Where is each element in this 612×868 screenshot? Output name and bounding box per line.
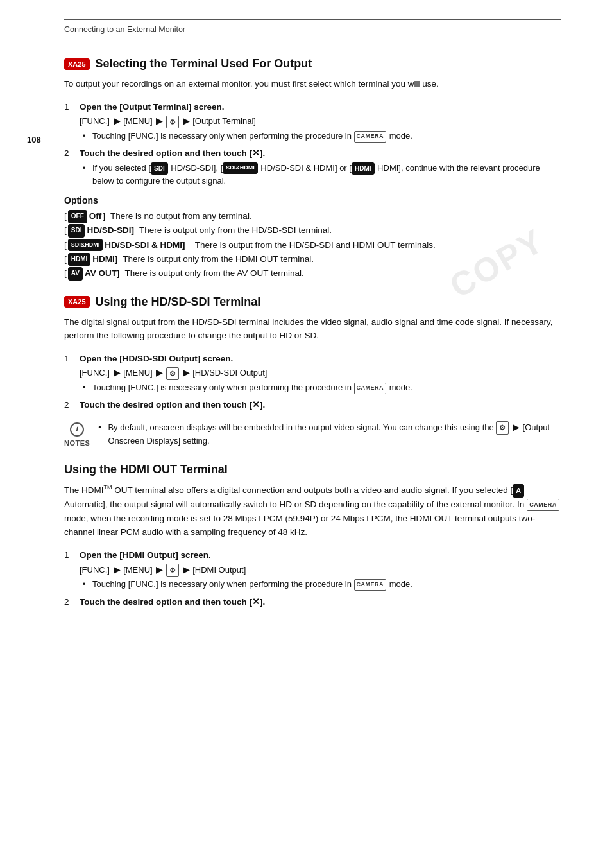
step-content-1-1: Open the [Output Terminal] screen. [FUNC… [80,100,561,143]
sdi-badge-opt: SDI [68,224,85,238]
notes-label: NOTES [64,438,90,449]
step-num-1-1: 1 [64,100,76,143]
av-badge-opt: AV [68,267,83,281]
step-2-1: 1 Open the [HD/SD-SDI Output] screen. [F… [64,352,561,395]
option-sdi: [SDI HD/SD-SDI] There is output only fro… [64,223,561,238]
step-label-2-1: Open the [HD/SD-SDI Output] screen. [80,354,233,363]
section1-title-text: Selecting the Terminal Used For Output [96,57,312,71]
bullet-text-3-1: Touching [FUNC.] is necessary only when … [92,578,412,591]
section2-title: XA25 Using the HD/SD-SDI Terminal [64,295,561,309]
notes-icon: i [70,422,84,437]
section2-title-text: Using the HD/SD-SDI Terminal [96,295,261,309]
arrow-icon-4: ▶ [114,368,120,378]
section1-intro: To output your recordings on an external… [64,77,561,91]
option-hdmi-desc: There is output only from the HDMI OUT t… [123,252,314,266]
arrow-icon-5: ▶ [156,368,162,378]
option-av-desc: There is output only from the AV OUT ter… [124,266,303,281]
sdihdmi-badge-opt: SDI&HDMI [68,239,103,251]
settings-menu-icon-4: ⚙ [166,564,179,577]
step-label-1-1: Open the [Output Terminal] screen. [80,102,225,112]
bullet-dot-4: • [80,578,89,591]
section1-title: XA25 Selecting the Terminal Used For Out… [64,57,561,71]
section-select-terminal: XA25 Selecting the Terminal Used For Out… [64,57,561,281]
bullet-text-1-1: Touching [FUNC.] is necessary only when … [92,130,412,143]
sdi-badge-inline: SDI [151,162,168,175]
step-label-1-2: Touch the desired option and then touch … [80,148,265,158]
arrow-icon-10: ▶ [183,565,189,575]
settings-menu-icon-1: ⚙ [166,116,179,129]
arrow-icon-1: ▶ [114,116,120,126]
section3-title-text: Using the HDMI OUT Terminal [64,463,228,476]
step-label-3-2: Touch the desired option and then touch … [80,597,265,607]
notes-box: i NOTES • By default, onscreen displays … [64,420,561,449]
step-sub-3-1: [FUNC.] ▶ [MENU] ▶ ⚙ ▶ [HDMI Output] [80,564,561,577]
arrow-icon-3: ▶ [183,116,189,126]
breadcrumb: Connecting to an External Monitor [64,25,561,34]
step-bullet-1-2: • If you selected [SDI HD/SD-SDI], [SDI&… [80,162,561,187]
step-3-1: 1 Open the [HDMI Output] screen. [FUNC.]… [64,548,561,591]
step-sub-1-1: [FUNC.] ▶ [MENU] ▶ ⚙ ▶ [Output Terminal] [80,115,561,128]
step-sub-2-1: [FUNC.] ▶ [MENU] ▶ ⚙ ▶ [HD/SD-SDI Output… [80,367,561,380]
option-off-label: [OFF Off] [64,209,105,223]
notes-bullet-dot: • [95,421,104,447]
step-num-2-1: 1 [64,352,76,395]
section2-steps: 1 Open the [HD/SD-SDI Output] screen. [F… [64,352,561,412]
step-1-1: 1 Open the [Output Terminal] screen. [FU… [64,100,561,143]
step-content-3-1: Open the [HDMI Output] screen. [FUNC.] ▶… [80,548,561,591]
section1-steps: 1 Open the [Output Terminal] screen. [FU… [64,100,561,188]
section-hdmi: Using the HDMI OUT Terminal The HDMITM O… [64,463,561,609]
option-av-label: [AV AV OUT] [64,266,119,281]
option-sdihdmi-desc: There is output from the HD/SD-SDI and H… [191,238,436,252]
arrow-icon-8: ▶ [114,565,120,575]
step-3-2: 2 Touch the desired option and then touc… [64,595,561,609]
page: Connecting to an External Monitor 108 CO… [0,0,612,868]
hdmi-badge-inline: HDMI [352,162,375,175]
section3-intro: The HDMITM OUT terminal also offers a di… [64,483,561,539]
step-num-3-1: 1 [64,548,76,591]
camera-badge-2: CAMERA [354,383,387,394]
bullet-text-1-2: If you selected [SDI HD/SD-SDI], [SDI&HD… [92,162,561,187]
camera-badge-4: CAMERA [354,579,387,591]
section3-steps: 1 Open the [HDMI Output] screen. [FUNC.]… [64,548,561,609]
arrow-icon-6: ▶ [183,368,189,378]
step-content-2-1: Open the [HD/SD-SDI Output] screen. [FUN… [80,352,561,395]
option-sdi-label: [SDI HD/SD-SDI] [64,223,134,238]
notes-icon-group: i NOTES [64,420,90,449]
off-badge: OFF [68,210,87,223]
options-heading: Options [64,195,561,205]
step-1-2: 2 Touch the desired option and then touc… [64,146,561,187]
step-2-2: 2 Touch the desired option and then touc… [64,398,561,412]
step-num-1-2: 2 [64,146,76,187]
notes-content: • By default, onscreen displays will be … [95,420,561,449]
sdihdmi-badge-inline: SDI&HDMI [223,162,258,174]
hdmi-badge-opt: HDMI [68,253,91,266]
bullet-dot-1: • [80,130,89,143]
option-av: [AV AV OUT] There is output only from th… [64,266,561,281]
notes-bullet: • By default, onscreen displays will be … [95,421,561,447]
option-sdihdmi: [SDI&HDMI HD/SD-SDI & HDMI] There is out… [64,238,561,252]
options-list: [OFF Off] There is no output from any te… [64,209,561,281]
step-content-2-2: Touch the desired option and then touch … [80,398,561,412]
step-bullet-2-1: • Touching [FUNC.] is necessary only whe… [80,381,561,394]
step-bullet-3-1: • Touching [FUNC.] is necessary only whe… [80,578,561,591]
auto-badge: A [513,484,524,498]
page-number: 108 [27,135,41,144]
bullet-dot-3: • [80,381,89,394]
step-label-3-1: Open the [HDMI Output] screen. [80,550,211,560]
option-off-desc: There is no output from any terminal. [110,209,252,223]
camera-badge-3: CAMERA [527,499,559,510]
top-rule [64,19,561,20]
section3-title: Using the HDMI OUT Terminal [64,463,561,476]
bullet-dot-2: • [80,162,89,187]
option-hdmi-label: [HDMI HDMI] [64,252,117,266]
section2-intro: The digital signal output from the HD/SD… [64,315,561,343]
camera-badge-1: CAMERA [354,131,387,143]
arrow-icon-2: ▶ [156,116,162,126]
step-num-3-2: 2 [64,595,76,609]
step-label-2-2: Touch the desired option and then touch … [80,400,265,410]
step-num-2-2: 2 [64,398,76,412]
arrow-icon-7: ▶ [513,422,519,432]
xa25-badge-2: XA25 [64,296,90,308]
option-hdmi: [HDMI HDMI] There is output only from th… [64,252,561,266]
settings-menu-icon-3: ⚙ [496,421,509,435]
